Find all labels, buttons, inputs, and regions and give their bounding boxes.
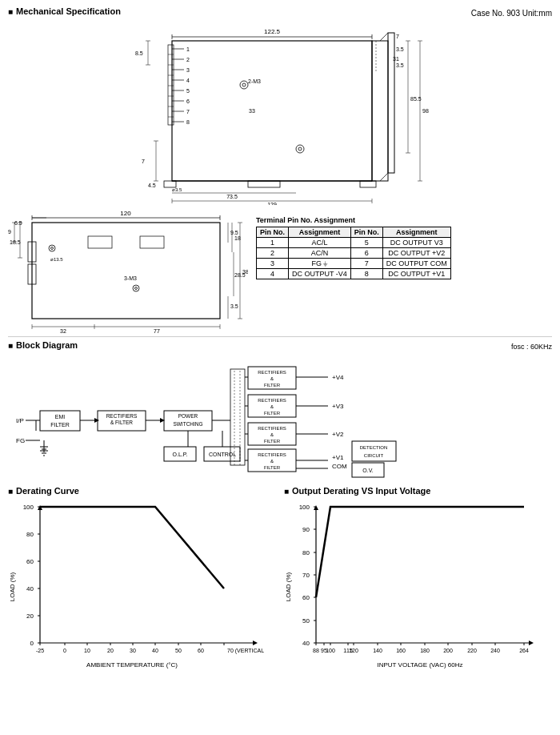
svg-point-42 — [296, 145, 304, 153]
svg-point-90 — [51, 247, 54, 250]
mech-top-drawing: 122.5 1 2 3 4 5 6 7 8 — [124, 21, 436, 205]
svg-text:RECTIFIERS: RECTIFIERS — [258, 452, 286, 457]
derating-curve-chart: 0 20 40 60 80 100 0 10 20 — [8, 499, 264, 675]
svg-text:80: 80 — [302, 549, 310, 556]
svg-text:0: 0 — [30, 640, 34, 647]
col-pin-no-2: Pin No. — [350, 227, 382, 238]
svg-text:40: 40 — [302, 640, 310, 647]
block-diagram-section: Block Diagram fosc : 60KHz I/P FG EMI FI… — [8, 336, 552, 483]
svg-point-96 — [135, 287, 138, 290]
svg-text:3.5: 3.5 — [230, 303, 238, 309]
svg-rect-59 — [360, 181, 376, 187]
svg-rect-4 — [172, 41, 372, 181]
svg-text:7: 7 — [142, 159, 145, 164]
derating-curve-title: Derating Curve — [16, 486, 79, 496]
svg-text:FG: FG — [16, 437, 25, 444]
mech-spec-header: Mechanical Specification — [8, 6, 121, 16]
derating-curve-section: Derating Curve 0 20 40 60 80 — [8, 486, 276, 677]
svg-text:&: & — [270, 376, 274, 381]
svg-marker-261 — [529, 641, 534, 645]
svg-text:98: 98 — [422, 108, 429, 114]
svg-rect-138 — [230, 369, 245, 465]
svg-text:⌀13.5: ⌀13.5 — [50, 257, 63, 262]
derating-x-label: AMBIENT TEMPERATURE (°C) — [86, 661, 178, 669]
svg-point-43 — [298, 147, 302, 151]
table-row: 2AC/N6DC OUTPUT +V2 — [257, 248, 451, 259]
mech-drawing-area: 122.5 1 2 3 4 5 6 7 8 — [8, 21, 552, 336]
svg-text:+V4: +V4 — [332, 374, 344, 381]
svg-text:&: & — [270, 404, 274, 409]
svg-text:32: 32 — [60, 328, 66, 334]
svg-text:DETECTION: DETECTION — [360, 445, 388, 450]
svg-text:CONTROL: CONTROL — [209, 452, 236, 457]
svg-text:8.5: 8.5 — [135, 50, 143, 56]
svg-rect-93 — [140, 236, 164, 248]
svg-text:100: 100 — [326, 648, 335, 653]
svg-text:40: 40 — [152, 648, 158, 653]
svg-point-40 — [240, 81, 248, 89]
block-diagram-title: Block Diagram — [16, 340, 78, 350]
svg-text:80: 80 — [26, 531, 34, 538]
svg-point-41 — [242, 83, 246, 86]
col-assignment-1: Assignment — [289, 227, 351, 238]
svg-text:POWER: POWER — [178, 413, 198, 419]
mech-side-drawing: 120 6.5 9 18.5 — [8, 208, 248, 336]
terminal-pin-table: Pin No. Assignment Pin No. Assignment 1A… — [256, 227, 451, 279]
svg-text:220: 220 — [467, 648, 477, 653]
top-info-bar: Mechanical Specification Case No. 903 Un… — [8, 6, 552, 19]
svg-text:FILTER: FILTER — [264, 383, 281, 388]
svg-marker-260 — [314, 505, 318, 510]
svg-text:77: 77 — [154, 328, 160, 334]
svg-text:85.5: 85.5 — [410, 96, 422, 102]
svg-text:129: 129 — [267, 202, 277, 205]
svg-text:O.V.: O.V. — [362, 468, 373, 473]
output-derating-title: Output Derating VS Input Voltage — [292, 486, 430, 496]
table-row: 1AC/L5DC OUTPUT V3 — [257, 238, 451, 248]
col-pin-no-1: Pin No. — [257, 227, 289, 238]
svg-rect-78 — [32, 223, 220, 319]
svg-text:2-M3: 2-M3 — [248, 78, 261, 84]
svg-rect-36 — [388, 33, 394, 173]
svg-text:+V3: +V3 — [332, 403, 344, 410]
svg-text:18: 18 — [234, 235, 241, 241]
svg-text:20: 20 — [26, 612, 34, 620]
svg-text:FILTER: FILTER — [264, 411, 281, 416]
svg-text:264: 264 — [519, 648, 529, 653]
svg-text:4.5: 4.5 — [148, 183, 156, 188]
svg-text:88: 88 — [313, 648, 319, 653]
page: Mechanical Specification Case No. 903 Un… — [0, 0, 560, 683]
svg-text:120: 120 — [349, 648, 358, 653]
svg-text:6.5: 6.5 — [14, 220, 22, 226]
svg-text:100: 100 — [299, 504, 310, 511]
svg-text:120: 120 — [120, 210, 131, 217]
svg-rect-175 — [352, 441, 396, 461]
svg-text:SWITCHING: SWITCHING — [173, 421, 202, 427]
col-assignment-2: Assignment — [382, 227, 450, 238]
fosc-label: fosc : 60KHz — [511, 343, 552, 351]
svg-text:9: 9 — [8, 229, 11, 235]
svg-text:FILTER: FILTER — [50, 422, 70, 428]
charts-section: Derating Curve 0 20 40 60 80 — [8, 486, 552, 677]
svg-text:+V2: +V2 — [332, 431, 344, 438]
svg-text:20: 20 — [107, 648, 114, 653]
svg-text:3-M3: 3-M3 — [124, 275, 137, 281]
svg-text:73.5: 73.5 — [226, 194, 238, 199]
svg-marker-128 — [94, 418, 99, 423]
svg-text:COM: COM — [332, 463, 347, 470]
svg-rect-57 — [164, 181, 176, 187]
svg-text:33: 33 — [249, 108, 255, 114]
svg-text:5: 5 — [186, 88, 190, 94]
svg-text:I/P: I/P — [16, 417, 24, 424]
block-diagram-svg: I/P FG EMI FILTER RECTIFIERS & FILTER — [8, 355, 552, 483]
svg-text:28.5: 28.5 — [234, 272, 246, 278]
mech-spec-title: Mechanical Specification — [16, 6, 121, 16]
svg-text:9.5: 9.5 — [230, 230, 238, 235]
svg-text:7: 7 — [186, 109, 190, 114]
svg-text:60: 60 — [26, 558, 34, 565]
svg-text:RECTIFIERS: RECTIFIERS — [258, 426, 286, 431]
svg-text:100: 100 — [23, 504, 34, 511]
output-derating-section: Output Derating VS Input Voltage 40 50 6… — [284, 486, 552, 677]
svg-line-35 — [380, 173, 388, 181]
svg-text:O.L.P.: O.L.P. — [173, 452, 188, 457]
svg-text:31: 31 — [393, 56, 399, 62]
